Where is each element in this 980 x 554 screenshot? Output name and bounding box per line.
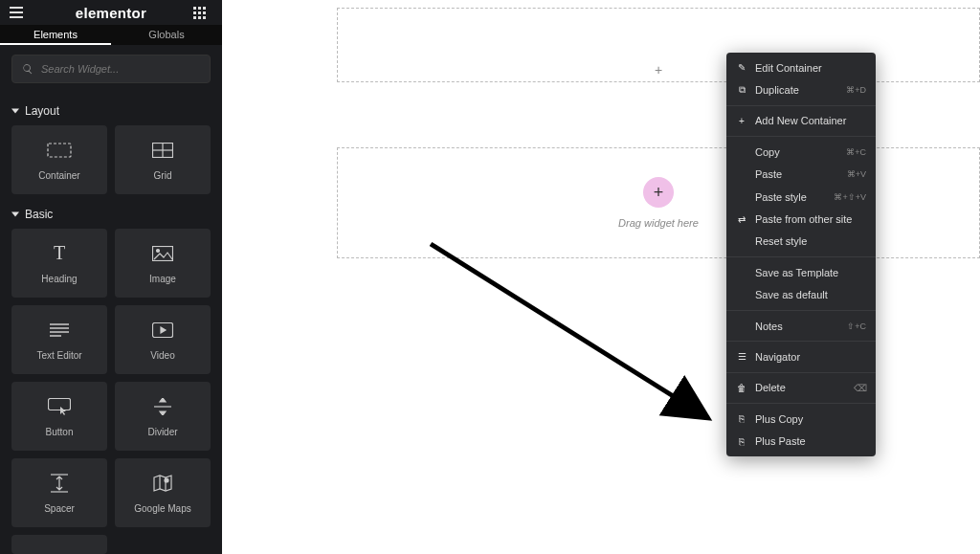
container-icon — [47, 140, 72, 161]
sidebar: elementor Elements Globals Layout Contai… — [0, 0, 222, 554]
section-layout-label: Layout — [25, 104, 59, 118]
svg-rect-4 — [153, 246, 173, 260]
panel-tabs: Elements Globals — [0, 25, 222, 45]
widget-button[interactable]: Button — [11, 382, 107, 451]
widget-container[interactable]: Container — [11, 125, 107, 194]
cm-paste[interactable]: Paste⌘+V — [726, 164, 876, 186]
image-icon — [152, 243, 173, 264]
widget-spacer[interactable]: Spacer — [11, 458, 107, 527]
cm-duplicate[interactable]: ⧉Duplicate⌘+D — [726, 78, 876, 100]
chevron-down-icon — [11, 107, 19, 115]
add-widget-button[interactable]: + — [643, 177, 674, 208]
cm-plus-paste[interactable]: ⎘Plus Paste — [726, 430, 876, 452]
divider-icon — [154, 396, 171, 417]
widget-google-maps[interactable]: Google Maps — [115, 458, 211, 527]
widget-label: Container — [38, 170, 79, 181]
section-layout-head[interactable]: Layout — [0, 91, 222, 125]
widget-label: Heading — [41, 274, 77, 284]
apps-icon[interactable] — [193, 7, 212, 19]
widget-divider[interactable]: Divider — [115, 382, 211, 451]
cm-paste-other-site[interactable]: ⇄Paste from other site — [726, 208, 876, 230]
backspace-icon: ⌫ — [855, 383, 866, 393]
svg-rect-11 — [49, 398, 71, 410]
widget-text-editor[interactable]: Text Editor — [11, 305, 107, 374]
transfer-icon: ⇄ — [736, 214, 747, 225]
copy-icon: ⧉ — [736, 84, 747, 96]
cm-notes[interactable]: Notes⇧+C — [726, 315, 876, 337]
context-menu: ✎Edit Container ⧉Duplicate⌘+D +Add New C… — [726, 53, 876, 456]
video-icon — [152, 320, 173, 341]
cm-save-default[interactable]: Save as default — [726, 284, 876, 306]
add-section-icon[interactable]: + — [655, 62, 662, 78]
copy-sheet-icon: ⎘ — [736, 436, 747, 447]
cm-separator — [726, 372, 876, 373]
search-icon — [22, 63, 33, 75]
widget-label: Video — [150, 350, 174, 361]
cm-delete[interactable]: 🗑Delete⌫ — [726, 377, 876, 399]
drag-hint-text: Drag widget here — [618, 217, 699, 229]
widget-label: Google Maps — [134, 503, 190, 514]
widget-grid[interactable]: Grid — [115, 125, 211, 194]
widget-label: Button — [46, 427, 74, 437]
search-wrap — [0, 45, 222, 91]
cm-navigator[interactable]: ☰Navigator — [726, 345, 876, 367]
button-icon — [48, 396, 71, 417]
widget-label: Text Editor — [36, 350, 81, 361]
widget-label: Image — [149, 274, 176, 284]
copy-sheet-icon: ⎘ — [736, 413, 747, 424]
pencil-icon: ✎ — [736, 62, 747, 73]
heading-icon: T — [54, 243, 65, 264]
cm-plus-copy[interactable]: ⎘Plus Copy — [726, 408, 876, 430]
container-1[interactable]: + — [337, 8, 980, 82]
cm-reset-style[interactable]: Reset style — [726, 231, 876, 253]
widget-video[interactable]: Video — [115, 305, 211, 374]
svg-rect-0 — [48, 144, 71, 157]
widget-heading[interactable]: T Heading — [11, 229, 107, 298]
cm-separator — [726, 136, 876, 137]
container-2-empty[interactable]: + Drag widget here — [337, 147, 980, 258]
widget-extra[interactable] — [11, 535, 107, 554]
cm-separator — [726, 310, 876, 311]
spacer-icon — [51, 473, 68, 494]
widget-label: Spacer — [44, 503, 75, 514]
grid-icon — [152, 140, 173, 161]
cm-separator — [726, 105, 876, 106]
section-basic-head[interactable]: Basic — [0, 194, 222, 229]
maps-icon — [153, 473, 172, 494]
widget-label: Grid — [154, 170, 172, 181]
tab-elements[interactable]: Elements — [0, 25, 111, 45]
cm-paste-style[interactable]: Paste style⌘+⇧+V — [726, 186, 876, 208]
plus-icon: + — [736, 116, 747, 126]
cm-edit-container[interactable]: ✎Edit Container — [726, 56, 876, 78]
widget-label: Divider — [147, 427, 177, 437]
text-editor-icon — [50, 320, 69, 341]
svg-point-5 — [157, 249, 160, 252]
section-basic-label: Basic — [25, 208, 53, 221]
tab-globals[interactable]: Globals — [111, 25, 222, 45]
trash-icon: 🗑 — [736, 383, 747, 393]
chevron-down-icon — [11, 211, 19, 218]
layers-icon: ☰ — [736, 351, 747, 362]
cm-add-new-container[interactable]: +Add New Container — [726, 110, 876, 132]
cm-separator — [726, 256, 876, 257]
logo: elementor — [29, 5, 193, 21]
cm-copy[interactable]: Copy⌘+C — [726, 141, 876, 163]
menu-icon[interactable] — [10, 7, 29, 18]
cm-save-template[interactable]: Save as Template — [726, 261, 876, 283]
cm-separator — [726, 403, 876, 404]
svg-point-17 — [165, 478, 168, 482]
sidebar-header: elementor — [0, 0, 222, 25]
layout-widgets: Container Grid — [0, 125, 222, 194]
search-input[interactable] — [41, 63, 200, 75]
cm-separator — [726, 341, 876, 342]
search-field[interactable] — [11, 55, 211, 83]
widget-image[interactable]: Image — [115, 229, 211, 298]
basic-widgets: T Heading Image Text Editor Video Button… — [0, 229, 222, 554]
